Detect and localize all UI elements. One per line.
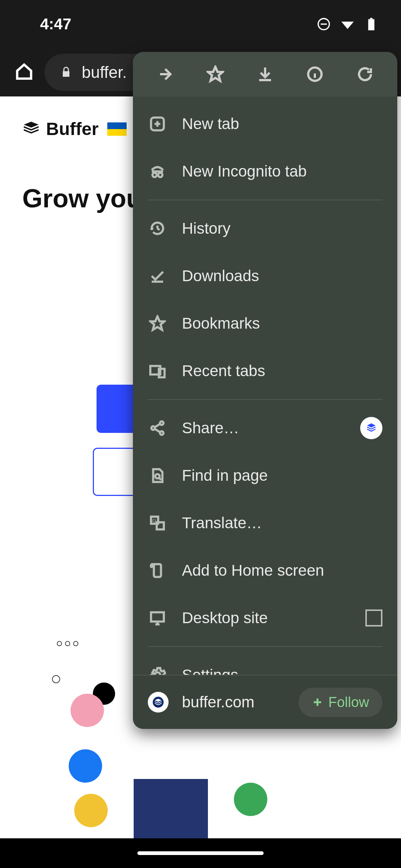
- status-icons: [316, 17, 379, 32]
- status-bar: 4:47: [0, 0, 401, 48]
- menu-item-label: Downloads: [182, 267, 382, 285]
- reload-button[interactable]: [341, 56, 389, 93]
- svg-point-37: [153, 697, 163, 707]
- desktop-icon: [148, 608, 167, 628]
- site-domain: buffer.com: [182, 693, 285, 711]
- svg-rect-2: [368, 19, 375, 30]
- status-time: 4:47: [40, 15, 71, 33]
- star-icon: [148, 314, 167, 333]
- svg-line-27: [159, 478, 161, 480]
- menu-item-bookmarks[interactable]: Bookmarks: [133, 300, 397, 347]
- svg-rect-3: [370, 18, 373, 19]
- svg-rect-4: [63, 71, 69, 77]
- find-in-page-icon: [148, 466, 167, 485]
- site-favicon: [148, 692, 169, 713]
- wifi-icon: [340, 17, 355, 32]
- svg-rect-31: [154, 564, 161, 577]
- add-to-home-icon: [148, 561, 167, 580]
- devices-icon: [148, 361, 167, 381]
- share-icon: [148, 418, 167, 438]
- menu-item-translate[interactable]: G Translate…: [133, 499, 397, 547]
- svg-point-15: [158, 173, 163, 177]
- follow-button[interactable]: Follow: [299, 688, 382, 717]
- dots-icon: [56, 638, 85, 649]
- browser-overflow-menu: New tab New Incognito tab History Downlo…: [133, 52, 397, 729]
- menu-divider: [148, 200, 382, 200]
- svg-text:G: G: [153, 518, 156, 523]
- follow-label: Follow: [328, 694, 369, 710]
- menu-item-share[interactable]: Share…: [133, 404, 397, 452]
- menu-item-incognito[interactable]: New Incognito tab: [133, 148, 397, 195]
- menu-item-label: New Incognito tab: [182, 162, 382, 180]
- menu-item-label: New tab: [182, 115, 382, 133]
- menu-item-label: Settings: [182, 666, 382, 675]
- plus-icon: [312, 697, 323, 708]
- bookmark-star-button[interactable]: [191, 56, 239, 93]
- svg-point-7: [74, 641, 78, 646]
- buffer-logo[interactable]: Buffer: [22, 119, 98, 139]
- heart-icon: [52, 675, 60, 683]
- google-icon: [74, 794, 108, 827]
- incognito-icon: [148, 162, 167, 181]
- url-text: buffer.: [82, 63, 127, 82]
- home-button[interactable]: [15, 62, 33, 82]
- battery-icon: [364, 17, 379, 32]
- ukraine-flag-icon: [107, 122, 127, 136]
- menu-divider: [148, 399, 382, 400]
- dnd-icon: [316, 17, 331, 32]
- page-info-button[interactable]: [291, 56, 339, 93]
- menu-item-new-tab[interactable]: New tab: [133, 100, 397, 148]
- menu-items-list[interactable]: New tab New Incognito tab History Downlo…: [133, 96, 397, 675]
- menu-item-label: Recent tabs: [182, 362, 382, 380]
- desktop-site-checkbox[interactable]: [365, 609, 382, 627]
- menu-item-label: Bookmarks: [182, 315, 382, 332]
- lock-icon: [59, 66, 73, 79]
- svg-line-18: [157, 228, 160, 230]
- svg-line-24: [154, 424, 160, 428]
- menu-item-history[interactable]: History: [133, 205, 397, 252]
- menu-item-desktop-site[interactable]: Desktop site: [133, 594, 397, 642]
- history-icon: [148, 219, 167, 238]
- menu-item-label: Translate…: [182, 514, 382, 532]
- instagram-icon: [71, 694, 104, 727]
- svg-rect-32: [151, 612, 164, 622]
- system-nav-bar: [0, 838, 401, 868]
- menu-item-label: Desktop site: [182, 609, 351, 627]
- gesture-handle[interactable]: [137, 851, 264, 855]
- forward-button[interactable]: [141, 56, 189, 93]
- buffer-share-badge: [360, 417, 382, 439]
- brand-name: Buffer: [46, 119, 98, 139]
- menu-item-settings[interactable]: Settings: [133, 651, 397, 675]
- menu-item-add-to-home[interactable]: Add to Home screen: [133, 547, 397, 594]
- download-button[interactable]: [241, 56, 289, 93]
- svg-point-6: [65, 641, 70, 646]
- download-done-icon: [148, 266, 167, 286]
- menu-item-downloads[interactable]: Downloads: [133, 252, 397, 300]
- new-tab-icon: [148, 114, 167, 134]
- svg-line-25: [154, 429, 160, 433]
- svg-rect-20: [159, 369, 164, 377]
- menu-item-label: History: [182, 220, 382, 237]
- menu-footer: buffer.com Follow: [133, 675, 397, 729]
- translate-icon: G: [148, 513, 167, 533]
- menu-item-label: Find in page: [182, 467, 382, 484]
- svg-point-5: [57, 641, 62, 646]
- gear-icon: [148, 665, 167, 675]
- menu-item-label: Add to Home screen: [182, 562, 382, 579]
- menu-divider: [148, 646, 382, 647]
- svg-point-14: [153, 173, 157, 177]
- menu-top-actions: [133, 52, 397, 96]
- menu-item-label: Share…: [182, 419, 345, 437]
- money-icon: [234, 783, 267, 816]
- facebook-icon: [69, 749, 102, 783]
- menu-item-recent-tabs[interactable]: Recent tabs: [133, 347, 397, 395]
- menu-item-find-in-page[interactable]: Find in page: [133, 452, 397, 499]
